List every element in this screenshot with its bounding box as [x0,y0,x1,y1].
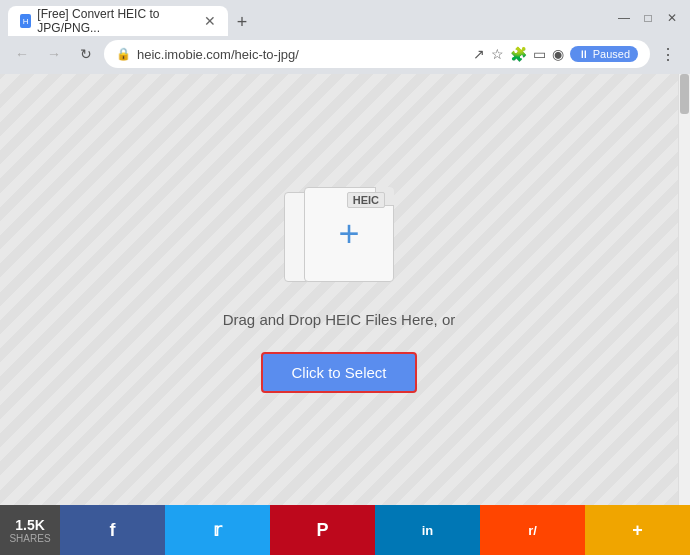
new-tab-button[interactable]: + [228,8,256,36]
page-content: HEIC + Drag and Drop HEIC Files Here, or… [0,74,678,505]
more-icon: + [632,520,643,541]
browser-chrome: H [Free] Convert HEIC to JPG/PNG... ✕ + … [0,0,690,74]
paused-button[interactable]: ⏸ Paused [570,46,638,62]
scrollbar[interactable] [678,74,690,505]
paused-label: Paused [593,48,630,60]
more-share-button[interactable]: + [585,505,690,555]
paused-icon: ⏸ [578,48,589,60]
share-icon[interactable]: ↗ [473,46,485,62]
title-bar: H [Free] Convert HEIC to JPG/PNG... ✕ + … [0,0,690,36]
tab-label: [Free] Convert HEIC to JPG/PNG... [37,7,190,35]
scrollbar-thumb[interactable] [680,74,689,114]
refresh-button[interactable]: ↻ [72,40,100,68]
browser-tab[interactable]: H [Free] Convert HEIC to JPG/PNG... ✕ [8,6,228,36]
tab-bar: H [Free] Convert HEIC to JPG/PNG... ✕ + [8,0,256,36]
twitter-share-button[interactable]: 𝕣 [165,505,270,555]
back-button[interactable]: ← [8,40,36,68]
cast-icon[interactable]: ▭ [533,46,546,62]
extensions-icon[interactable]: 🧩 [510,46,527,62]
file-front: HEIC + [304,187,394,282]
address-bar: ← → ↻ 🔒 heic.imobie.com/heic-to-jpg/ ↗ ☆… [0,36,690,74]
facebook-share-button[interactable]: f [60,505,165,555]
twitter-icon: 𝕣 [213,519,222,541]
social-bar: 1.5K SHARES f 𝕣 P in r/ + [0,505,690,555]
facebook-icon: f [110,520,116,541]
plus-icon: + [338,216,359,252]
linkedin-icon: in [422,523,434,538]
shares-count: 1.5K [15,517,45,533]
tab-close-button[interactable]: ✕ [204,13,216,29]
url-bar[interactable]: 🔒 heic.imobie.com/heic-to-jpg/ ↗ ☆ 🧩 ▭ ◉… [104,40,650,68]
linkedin-share-button[interactable]: in [375,505,480,555]
star-icon[interactable]: ☆ [491,46,504,62]
profile-icon[interactable]: ◉ [552,46,564,62]
pinterest-icon: P [316,520,328,541]
tab-favicon: H [20,14,31,28]
maximize-button[interactable]: □ [638,8,658,28]
heic-label: HEIC [347,192,385,208]
shares-box: 1.5K SHARES [0,505,60,555]
pinterest-share-button[interactable]: P [270,505,375,555]
close-button[interactable]: ✕ [662,8,682,28]
reddit-share-button[interactable]: r/ [480,505,585,555]
url-text: heic.imobie.com/heic-to-jpg/ [137,47,467,62]
minimize-button[interactable]: — [614,8,634,28]
click-to-select-button[interactable]: Click to Select [261,352,416,393]
file-icon-group: HEIC + [274,187,404,287]
browser-menu-button[interactable]: ⋮ [654,40,682,68]
shares-label: SHARES [9,533,50,544]
lock-icon: 🔒 [116,47,131,61]
forward-button[interactable]: → [40,40,68,68]
window-controls: — □ ✕ [614,8,682,28]
url-action-icons: ↗ ☆ 🧩 ▭ ◉ [473,46,564,62]
reddit-icon: r/ [528,523,537,538]
upload-area: HEIC + Drag and Drop HEIC Files Here, or… [223,187,456,393]
browser-body: HEIC + Drag and Drop HEIC Files Here, or… [0,74,690,505]
drag-drop-text: Drag and Drop HEIC Files Here, or [223,311,456,328]
